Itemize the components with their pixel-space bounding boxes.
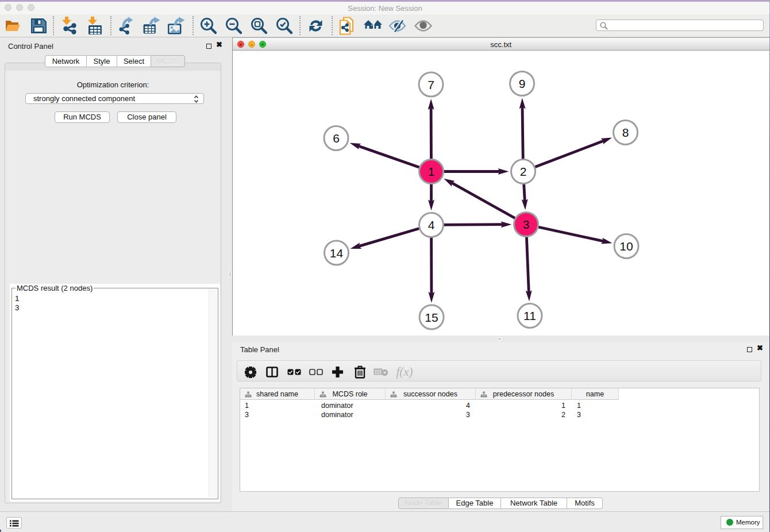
svg-text:9: 9	[519, 77, 526, 90]
svg-text:7: 7	[428, 78, 434, 91]
svg-text:15: 15	[425, 311, 438, 324]
svg-text:1: 1	[428, 165, 435, 178]
svg-text:14: 14	[330, 246, 344, 260]
svg-text:6: 6	[333, 132, 340, 145]
svg-text:2: 2	[520, 165, 527, 178]
svg-text:3: 3	[523, 218, 530, 231]
svg-text:11: 11	[523, 309, 536, 322]
svg-text:8: 8	[622, 126, 629, 139]
svg-text:4: 4	[428, 218, 435, 232]
svg-text:10: 10	[619, 240, 633, 253]
